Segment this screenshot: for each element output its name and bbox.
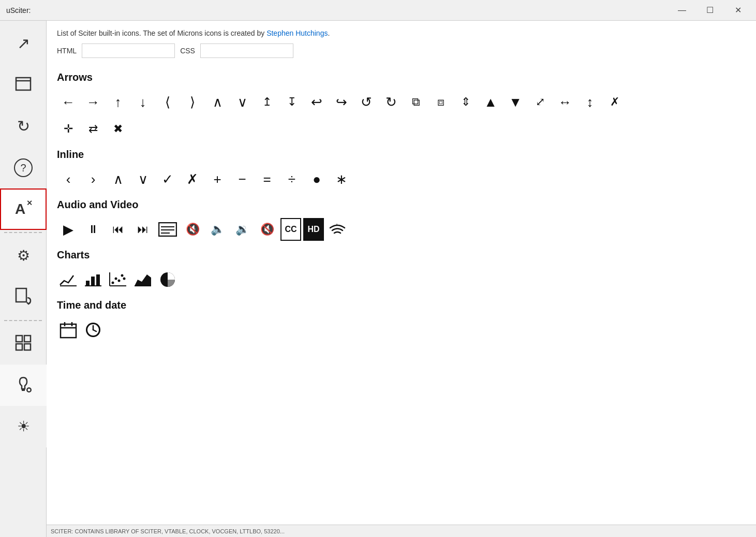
html-input[interactable] xyxy=(82,43,175,58)
icon-volume-off[interactable]: 🔇 xyxy=(181,218,204,241)
icon-arrow-vertical[interactable]: ↕ xyxy=(579,91,601,113)
icon-inline-divide[interactable]: ÷ xyxy=(280,168,303,191)
charts-icons-row xyxy=(57,268,746,291)
icon-rotate-ccw[interactable]: ↺ xyxy=(355,91,378,113)
description-text: List of Sciter built-in icons. The set o… xyxy=(57,29,746,37)
icon-skip-forward[interactable]: ⏭ xyxy=(131,218,154,241)
svg-rect-19 xyxy=(96,274,100,286)
audio-video-icons-row: ▶ ⏸ ⏮ ⏭ 🔇 🔈 🔉 🔇 CC HD xyxy=(57,218,746,241)
icon-volume-muted[interactable]: 🔇 xyxy=(256,218,278,241)
css-input[interactable] xyxy=(200,43,293,58)
icon-arrow-return-right[interactable]: ↪ xyxy=(330,91,353,113)
audio-video-section-title: Audio and Video xyxy=(57,199,746,211)
icon-skip-back[interactable]: ⏮ xyxy=(107,218,129,241)
icon-inline-chevron-right[interactable]: › xyxy=(82,168,105,191)
icon-rotate-cw[interactable]: ↻ xyxy=(380,91,403,113)
icon-triangle-down[interactable]: ▼ xyxy=(504,91,527,113)
icon-line-chart[interactable] xyxy=(57,268,80,291)
icon-scatter-chart[interactable] xyxy=(107,268,129,291)
sidebar-item-grid[interactable] xyxy=(0,323,47,365)
grid-icon xyxy=(15,335,32,354)
app-title: uSciter: xyxy=(6,6,31,14)
icon-arrow-horizontal[interactable]: ↔ xyxy=(554,91,576,113)
app-body: ↗︎ ↻ ? A✕ ⚙ xyxy=(0,21,756,537)
sidebar-item-nav3[interactable]: ↻ xyxy=(0,106,47,147)
icon-hd[interactable]: HD xyxy=(303,218,324,241)
svg-rect-5 xyxy=(16,344,22,350)
icon-pie-chart[interactable] xyxy=(156,268,179,291)
author-link[interactable]: Stephen Hutchings xyxy=(266,29,328,37)
icon-chevron-right[interactable]: ⟩ xyxy=(181,91,204,113)
icon-bar-chart[interactable] xyxy=(82,268,105,291)
svg-point-25 xyxy=(123,278,126,280)
icon-inline-minus[interactable]: − xyxy=(231,168,254,191)
icon-swap-x[interactable]: ✖ xyxy=(107,118,129,140)
icon-swap-h[interactable]: ⇄ xyxy=(82,118,105,140)
icon-arrow-left[interactable]: ← xyxy=(57,91,80,113)
icon-triangle-up[interactable]: ▲ xyxy=(479,91,502,113)
icon-arrow-up-bar[interactable]: ↥ xyxy=(256,91,278,113)
icon-inline-dot[interactable]: ● xyxy=(305,168,328,191)
icon-arrow-down-bar[interactable]: ↧ xyxy=(280,91,303,113)
icon-caret-down[interactable]: ∨ xyxy=(231,91,254,113)
icon-calendar[interactable] xyxy=(57,318,80,341)
icon-arrow-down[interactable]: ↓ xyxy=(131,91,154,113)
help-icon: ? xyxy=(14,158,33,177)
icon-arrow-right[interactable]: → xyxy=(82,91,105,113)
svg-marker-28 xyxy=(135,274,151,286)
icon-external[interactable]: ⧉ xyxy=(405,91,427,113)
sidebar-item-nav2[interactable] xyxy=(0,64,47,106)
sidebar-item-bulb[interactable] xyxy=(0,365,47,406)
icon-volume-low[interactable]: 🔈 xyxy=(206,218,229,241)
icon-inline-asterisk[interactable]: ∗ xyxy=(330,168,353,191)
icon-inline-check[interactable]: ✓ xyxy=(156,168,179,191)
icon-expand-box[interactable]: ⧈ xyxy=(429,91,452,113)
icon-area-chart[interactable] xyxy=(131,268,154,291)
icon-inline-equals[interactable]: = xyxy=(256,168,278,191)
html-label: HTML xyxy=(57,47,77,55)
sidebar-item-document[interactable] xyxy=(0,277,47,318)
svg-rect-6 xyxy=(24,344,31,350)
sidebar-item-sun[interactable]: ☀ xyxy=(0,406,47,447)
svg-point-24 xyxy=(121,274,124,277)
sidebar-item-nav1[interactable]: ↗︎ xyxy=(0,23,47,64)
icon-play[interactable]: ▶ xyxy=(57,218,80,241)
status-bar: SCITER: CONTAINS LIBRARY OF SCITER, VTAB… xyxy=(47,525,756,537)
content-header: List of Sciter built-in icons. The set o… xyxy=(47,21,756,63)
icon-pause[interactable]: ⏸ xyxy=(82,218,105,241)
close-button[interactable]: ✕ xyxy=(726,3,750,18)
sidebar-item-help[interactable]: ? xyxy=(0,147,47,188)
icon-inline-plus[interactable]: + xyxy=(206,168,229,191)
icon-inline-caret-down[interactable]: ∨ xyxy=(131,168,154,191)
icon-wifi[interactable] xyxy=(326,218,349,241)
icon-arrow-up[interactable]: ↑ xyxy=(107,91,129,113)
minimize-button[interactable]: — xyxy=(670,3,694,18)
icon-chevron-left[interactable]: ⟨ xyxy=(156,91,179,113)
icon-cc[interactable]: CC xyxy=(280,218,301,241)
document-refresh-icon xyxy=(15,287,32,308)
icon-expand-diagonal[interactable]: ⤢ xyxy=(529,91,552,113)
icon-inline-x[interactable]: ✗ xyxy=(181,168,204,191)
refresh-icon: ↻ xyxy=(17,119,30,134)
sidebar-item-icons[interactable]: A✕ xyxy=(0,188,47,230)
launch-icon: ↗︎ xyxy=(17,36,30,51)
icon-inline-chevron-left[interactable]: ‹ xyxy=(57,168,80,191)
svg-rect-3 xyxy=(16,336,22,342)
svg-rect-17 xyxy=(86,281,90,286)
svg-point-21 xyxy=(112,282,114,284)
svg-rect-2 xyxy=(16,288,26,302)
icon-inline-caret-up[interactable]: ∧ xyxy=(107,168,129,191)
icon-caret-up[interactable]: ∧ xyxy=(206,91,229,113)
icon-arrow-return-left[interactable]: ↩ xyxy=(305,91,328,113)
icon-list-scroll[interactable]: Arrows ← → ↑ ↓ ⟨ ⟩ ∧ ∨ ↥ ↧ ↩ ↪ ↺ ↻ ⧉ ⧈ ⇕… xyxy=(47,63,756,525)
icon-clock[interactable] xyxy=(82,318,105,341)
icon-move[interactable]: ✛ xyxy=(57,118,80,140)
icon-close-x[interactable]: ✗ xyxy=(603,91,626,113)
time-date-icons-row xyxy=(57,318,746,341)
icon-arrows-expand-v[interactable]: ⇕ xyxy=(454,91,477,113)
icon-volume-mid[interactable]: 🔉 xyxy=(231,218,254,241)
sidebar-item-settings[interactable]: ⚙ xyxy=(0,235,47,277)
icon-subtitles[interactable] xyxy=(156,218,179,241)
maximize-button[interactable]: ☐ xyxy=(698,3,722,18)
arrows-icons-row: ← → ↑ ↓ ⟨ ⟩ ∧ ∨ ↥ ↧ ↩ ↪ ↺ ↻ ⧉ ⧈ ⇕ ▲ ▼ ⤢ xyxy=(57,91,746,113)
